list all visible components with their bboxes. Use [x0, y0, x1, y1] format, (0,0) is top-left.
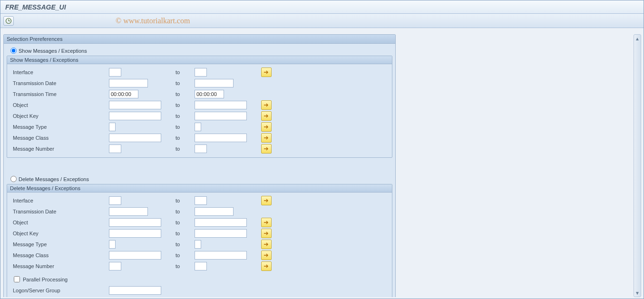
parallel-processing-row: Parallel Processing — [14, 276, 389, 282]
clock-execute-icon — [5, 18, 12, 24]
show-messages-body: Interface to — [7, 64, 392, 157]
show-msgtype-to-label: to — [176, 124, 195, 130]
show-transtime-to-input[interactable] — [195, 90, 224, 98]
del-objectkey-from-input[interactable] — [109, 229, 161, 238]
del-msgclass-label: Message Class — [10, 252, 109, 258]
show-transdate-label: Transmission Date — [10, 80, 109, 86]
del-transdate-to-label: to — [176, 209, 195, 214]
show-messages-header: Show Messages / Exceptions — [7, 56, 392, 64]
show-object-multi-button[interactable] — [261, 100, 272, 110]
show-transdate-from-input[interactable] — [109, 79, 148, 87]
del-object-row: Object to — [10, 217, 389, 228]
del-interface-to-input[interactable] — [195, 196, 207, 205]
logon-group-label: Logon/Server Group — [10, 288, 109, 293]
show-radio[interactable] — [10, 48, 17, 54]
arrow-right-icon — [263, 253, 269, 258]
del-msgtype-multi-button[interactable] — [261, 240, 272, 249]
del-msgtype-to-label: to — [176, 241, 195, 247]
delete-radio[interactable] — [10, 176, 17, 182]
del-msgnumber-to-input[interactable] — [195, 262, 207, 270]
show-msgclass-multi-button[interactable] — [261, 133, 272, 143]
del-interface-label: Interface — [10, 198, 109, 203]
scroll-down-arrow-icon[interactable]: ▼ — [634, 290, 640, 296]
arrow-right-icon — [263, 264, 269, 269]
del-msgclass-from-input[interactable] — [109, 251, 161, 260]
show-msgnumber-label: Message Number — [10, 146, 109, 152]
show-interface-label: Interface — [10, 69, 109, 75]
show-msgtype-multi-button[interactable] — [261, 122, 272, 132]
show-interface-multi-button[interactable] — [261, 68, 272, 77]
delete-radio-label: Delete Messages / Exceptions — [19, 176, 89, 182]
del-interface-multi-button[interactable] — [261, 196, 272, 205]
show-transtime-row: Transmission Time to — [10, 89, 389, 99]
show-msgtype-from-input[interactable] — [109, 123, 116, 131]
del-object-to-label: to — [176, 220, 195, 225]
show-interface-to-input[interactable] — [195, 68, 207, 77]
del-object-to-input[interactable] — [195, 218, 247, 227]
content-scrollbar[interactable]: ▲ ▼ — [634, 34, 641, 297]
del-msgclass-to-input[interactable] — [195, 251, 247, 260]
show-objectkey-to-input[interactable] — [195, 112, 247, 120]
show-radio-row: Show Messages / Exceptions — [10, 48, 392, 54]
arrow-right-icon — [263, 103, 269, 107]
del-object-label: Object — [10, 220, 109, 225]
show-msgclass-from-input[interactable] — [109, 134, 161, 142]
del-msgnumber-multi-button[interactable] — [261, 261, 272, 271]
arrow-right-icon — [263, 231, 269, 236]
del-msgnumber-from-input[interactable] — [109, 262, 121, 270]
execute-button[interactable] — [3, 16, 14, 26]
selection-preferences-header: Selection Prereferences — [4, 35, 395, 44]
show-radio-label: Show Messages / Exceptions — [19, 48, 87, 54]
arrow-right-icon — [263, 242, 269, 247]
show-msgnumber-from-input[interactable] — [109, 145, 121, 153]
arrow-right-icon — [263, 70, 269, 75]
del-msgtype-row: Message Type to — [10, 239, 389, 250]
del-objectkey-multi-button[interactable] — [261, 229, 272, 238]
show-transdate-to-input[interactable] — [195, 79, 234, 87]
show-object-from-input[interactable] — [109, 101, 161, 109]
show-transtime-from-input[interactable] — [109, 90, 138, 98]
show-transdate-to-label: to — [176, 80, 195, 86]
show-interface-to-label: to — [176, 69, 195, 75]
show-transtime-to-label: to — [176, 91, 195, 97]
show-msgnumber-multi-button[interactable] — [261, 144, 272, 154]
show-object-row: Object to — [10, 100, 389, 110]
show-object-label: Object — [10, 102, 109, 108]
show-object-to-input[interactable] — [195, 101, 247, 109]
del-msgnumber-row: Message Number to — [10, 261, 389, 271]
arrow-right-icon — [263, 125, 269, 129]
window-frame: FRE_MESSAGE_UI © www.tutorialkart.com Se… — [0, 0, 644, 299]
show-objectkey-multi-button[interactable] — [261, 111, 272, 121]
show-msgnumber-to-input[interactable] — [195, 145, 207, 153]
del-msgtype-from-input[interactable] — [109, 240, 116, 249]
show-interface-from-input[interactable] — [109, 68, 121, 77]
show-msgclass-to-input[interactable] — [195, 134, 247, 142]
del-transdate-row: Transmission Date to — [10, 206, 389, 217]
del-msgnumber-to-label: to — [176, 263, 195, 269]
show-objectkey-label: Object Key — [10, 113, 109, 119]
show-interface-row: Interface to — [10, 67, 389, 77]
del-transdate-from-input[interactable] — [109, 207, 148, 216]
show-objectkey-from-input[interactable] — [109, 112, 161, 120]
del-msgtype-to-input[interactable] — [195, 240, 201, 249]
show-transdate-row: Transmission Date to — [10, 78, 389, 88]
del-objectkey-to-input[interactable] — [195, 229, 247, 238]
del-msgclass-multi-button[interactable] — [261, 251, 272, 260]
del-interface-from-input[interactable] — [109, 196, 121, 205]
scroll-up-arrow-icon[interactable]: ▲ — [634, 36, 640, 41]
del-msgtype-label: Message Type — [10, 241, 109, 247]
show-msgtype-to-input[interactable] — [195, 123, 201, 131]
show-msgnumber-to-label: to — [176, 146, 195, 152]
show-msgclass-row: Message Class to — [10, 133, 389, 143]
parallel-processing-checkbox[interactable] — [14, 276, 20, 282]
arrow-right-icon — [263, 114, 269, 118]
show-transtime-label: Transmission Time — [10, 91, 109, 97]
selection-preferences-body: Show Messages / Exceptions Show Messages… — [4, 44, 395, 297]
del-transdate-to-input[interactable] — [195, 207, 234, 216]
page-title: FRE_MESSAGE_UI — [5, 3, 66, 11]
del-object-from-input[interactable] — [109, 218, 161, 227]
del-objectkey-row: Object Key to — [10, 228, 389, 239]
logon-group-input[interactable] — [109, 286, 161, 295]
arrow-right-icon — [263, 198, 269, 203]
del-object-multi-button[interactable] — [261, 218, 272, 227]
